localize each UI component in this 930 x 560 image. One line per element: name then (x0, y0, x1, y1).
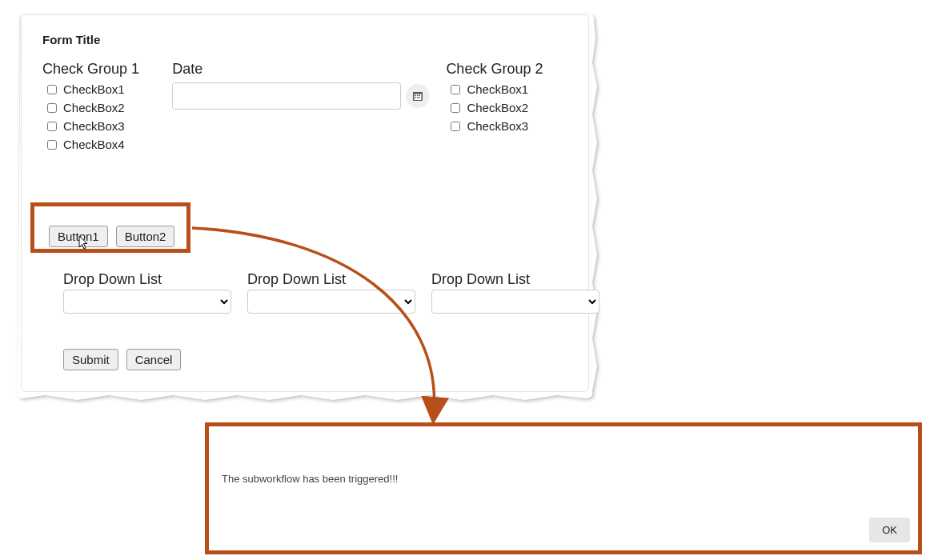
check-group-1-label: Check Group 1 (42, 61, 156, 78)
date-label: Date (172, 61, 430, 78)
dropdown-2[interactable] (431, 290, 599, 314)
form-card: Form Title Check Group 1 CheckBox1 Check… (21, 14, 589, 392)
svg-rect-7 (419, 97, 421, 98)
form-title: Form Title (42, 33, 567, 46)
checkbox-cg1-2[interactable]: CheckBox3 (47, 119, 156, 133)
svg-rect-6 (417, 97, 419, 98)
button-row: Button1 Button2 (42, 219, 181, 254)
dropdown-0[interactable] (63, 290, 231, 314)
dropdown-2-label: Drop Down List (431, 271, 599, 288)
button-1[interactable]: Button1 (49, 226, 108, 247)
button-2[interactable]: Button2 (116, 226, 175, 247)
dropdown-row: Drop Down List Drop Down List Drop Down … (63, 271, 599, 314)
svg-rect-3 (417, 95, 419, 97)
check-group-2-label: Check Group 2 (446, 61, 567, 78)
svg-rect-2 (415, 95, 417, 97)
footer-buttons: Submit Cancel (63, 349, 181, 370)
dialog-ok-button[interactable]: OK (869, 518, 910, 542)
date-group: Date (172, 61, 430, 151)
subworkflow-dialog: The subworkflow has been triggered!!! OK (205, 422, 922, 554)
dropdown-1-label: Drop Down List (247, 271, 415, 288)
submit-button[interactable]: Submit (63, 349, 118, 370)
svg-rect-5 (415, 97, 417, 98)
dropdown-0-label: Drop Down List (63, 271, 231, 288)
checkbox-cg1-0[interactable]: CheckBox1 (47, 82, 156, 96)
cancel-button[interactable]: Cancel (126, 349, 182, 370)
checkbox-cg2-0[interactable]: CheckBox1 (451, 82, 567, 96)
dropdown-1[interactable] (247, 290, 415, 314)
dialog-message: The subworkflow has been triggered!!! (222, 473, 398, 485)
calendar-icon[interactable] (406, 84, 430, 108)
date-input[interactable] (172, 82, 401, 110)
check-group-1: Check Group 1 CheckBox1 CheckBox2 CheckB… (42, 61, 156, 151)
svg-rect-4 (419, 95, 421, 97)
check-group-2: Check Group 2 CheckBox1 CheckBox2 CheckB… (446, 61, 567, 151)
checkbox-cg2-2[interactable]: CheckBox3 (451, 119, 567, 133)
checkbox-cg2-1[interactable]: CheckBox2 (451, 101, 567, 114)
checkbox-cg1-3[interactable]: CheckBox4 (47, 138, 156, 151)
checkbox-cg1-1[interactable]: CheckBox2 (47, 101, 156, 114)
